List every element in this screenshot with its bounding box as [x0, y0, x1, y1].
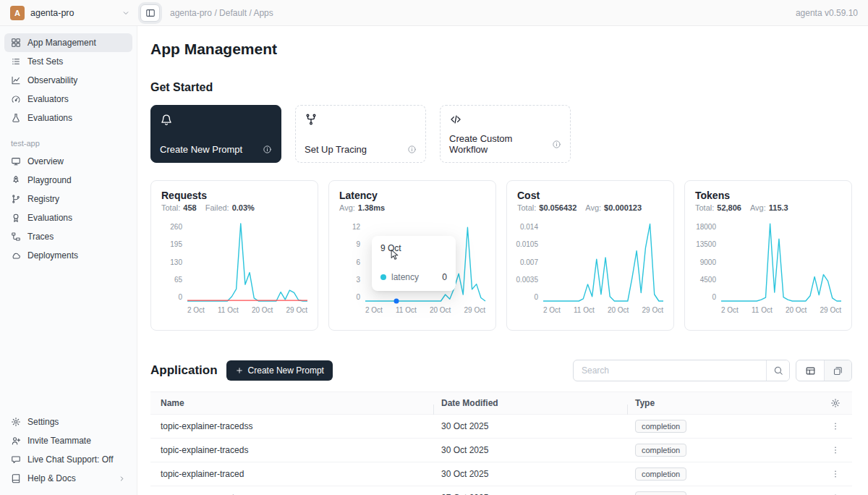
- table-settings-button[interactable]: [830, 398, 841, 408]
- table-row[interactable]: career-assessment 27 Oct 2025 completion: [150, 486, 852, 495]
- y-axis-tick: 0.007: [520, 258, 538, 266]
- get-started-card-create-new-prompt[interactable]: Create New Prompt: [150, 105, 281, 163]
- info-icon[interactable]: [552, 140, 561, 149]
- x-axis-tick: 2 Oct: [543, 306, 561, 314]
- metric-stat-total: Total:458: [161, 203, 197, 212]
- sidebar-item-registry[interactable]: Registry: [4, 190, 132, 208]
- get-started-card-set-up-tracing[interactable]: Set Up Tracing: [295, 105, 426, 163]
- type-badge: completion: [635, 491, 686, 495]
- get-started-card-create-custom-workflow[interactable]: Create Custom Workflow: [440, 105, 571, 163]
- x-axis-tick: 29 Oct: [642, 306, 663, 314]
- tooltip-value: 0: [442, 272, 447, 282]
- workspace-selector[interactable]: A agenta-pro: [10, 6, 130, 20]
- table-view-button[interactable]: [796, 360, 824, 381]
- mouse-cursor-icon: [388, 248, 401, 261]
- gear-icon: [11, 417, 21, 427]
- flask-icon: [11, 113, 21, 123]
- sidebar-main-nav: App Management Test Sets Observability E…: [4, 33, 132, 127]
- metric-card-tokens: Tokens Total:52,806Avg:115.3 18000135009…: [684, 180, 852, 331]
- y-axis: 1800013500900045000: [695, 223, 721, 301]
- x-axis-tick: 2 Oct: [721, 306, 739, 314]
- sidebar-item-test-sets[interactable]: Test Sets: [4, 52, 132, 71]
- table-view-icon: [805, 365, 816, 376]
- cloud-icon: [11, 250, 21, 261]
- sidebar-item-app-management[interactable]: App Management: [4, 33, 132, 52]
- sidebar-item-invite-teammate[interactable]: Invite Teammate: [4, 431, 132, 450]
- metric-title: Requests: [161, 190, 307, 201]
- sidebar-item-evaluators[interactable]: Evaluators: [4, 90, 132, 109]
- book-icon: [11, 473, 21, 483]
- application-toolbar: Application Create New Prompt: [150, 360, 852, 381]
- y-axis-tick: 13500: [696, 240, 716, 248]
- sidebar-item-live-chat-support-off[interactable]: Live Chat Support: Off: [4, 450, 132, 469]
- x-axis: 2 Oct11 Oct20 Oct29 Oct: [161, 306, 307, 314]
- app-name-cell[interactable]: topic-explainer-traced: [150, 469, 441, 479]
- trace-icon: [305, 113, 318, 126]
- x-axis-tick: 20 Oct: [608, 306, 629, 314]
- application-heading: Application: [150, 363, 218, 378]
- user-plus-icon: [11, 436, 21, 446]
- x-axis-tick: 11 Oct: [752, 306, 773, 314]
- play-icon: [11, 175, 21, 185]
- row-actions-button[interactable]: [830, 445, 841, 455]
- search-input[interactable]: [574, 360, 766, 381]
- sidebar-item-deployments[interactable]: Deployments: [4, 246, 132, 265]
- x-axis: 2 Oct11 Oct20 Oct29 Oct: [517, 306, 663, 314]
- sidebar-item-evaluations[interactable]: Evaluations: [4, 208, 132, 227]
- search-button[interactable]: [766, 360, 789, 381]
- dots-vertical-icon: [830, 469, 841, 479]
- info-icon[interactable]: [263, 145, 272, 154]
- sidebar-item-playground[interactable]: Playground: [4, 171, 132, 190]
- metric-title: Latency: [339, 190, 485, 201]
- sidebar-item-overview[interactable]: Overview: [4, 152, 132, 171]
- workspace-name: agenta-pro: [30, 8, 74, 18]
- gear-icon: [830, 398, 841, 408]
- table-row[interactable]: topic-explainer-traced 30 Oct 2025 compl…: [150, 462, 852, 486]
- metric-card-requests: Requests Total:458Failed:0.03% 260195130…: [150, 180, 318, 331]
- y-axis-tick: 12: [352, 223, 360, 231]
- column-header-type[interactable]: Type: [635, 398, 803, 408]
- series-tokens: [721, 224, 841, 301]
- y-axis: 129630: [339, 223, 365, 301]
- workspace-avatar: A: [10, 6, 25, 20]
- series-requests: [187, 224, 307, 301]
- table-row[interactable]: topic-explainer-tracedss 30 Oct 2025 com…: [150, 415, 852, 439]
- y-axis-tick: 0.0105: [516, 240, 538, 248]
- get-started-card-label: Create New Prompt: [160, 144, 242, 155]
- breadcrumb[interactable]: agenta-pro / Default / Apps: [170, 8, 273, 18]
- get-started-heading: Get Started: [150, 81, 852, 94]
- create-new-prompt-button[interactable]: Create New Prompt: [226, 360, 333, 381]
- row-actions-button[interactable]: [830, 469, 841, 479]
- sparkline-chart: [721, 223, 841, 301]
- sidebar-toggle-button[interactable]: [140, 4, 160, 22]
- sidebar-item-observability[interactable]: Observability: [4, 71, 132, 90]
- list-icon: [11, 56, 21, 67]
- y-axis-tick: 195: [170, 240, 182, 248]
- gauge-icon: [11, 94, 21, 104]
- x-axis-tick: 20 Oct: [252, 306, 273, 314]
- sidebar-item-help-docs[interactable]: Help & Docs: [4, 469, 132, 488]
- sidebar-item-traces[interactable]: Traces: [4, 227, 132, 246]
- column-header-name[interactable]: Name: [150, 398, 441, 408]
- monitor-icon: [11, 156, 21, 166]
- sidebar-item-evaluations[interactable]: Evaluations: [4, 109, 132, 127]
- row-actions-button[interactable]: [830, 421, 841, 431]
- hovered-point-marker: [394, 299, 399, 304]
- y-axis-tick: 65: [174, 276, 182, 284]
- metric-cards: Requests Total:458Failed:0.03% 260195130…: [150, 180, 852, 331]
- y-axis-tick: 0: [356, 293, 360, 301]
- x-axis-tick: 29 Oct: [286, 306, 307, 314]
- sidebar-app-section-label: test-app: [11, 139, 126, 148]
- y-axis-tick: 6: [356, 258, 360, 266]
- metric-title: Cost: [517, 190, 663, 201]
- search-icon: [773, 365, 783, 376]
- table-row[interactable]: topic-explainer-traceds 30 Oct 2025 comp…: [150, 439, 852, 462]
- info-icon[interactable]: [407, 145, 417, 154]
- app-name-cell[interactable]: topic-explainer-tracedss: [150, 421, 441, 431]
- metric-stat-avg: Avg:115.3: [750, 203, 788, 212]
- card-view-button[interactable]: [824, 360, 851, 381]
- column-header-date-modified[interactable]: Date Modified: [441, 398, 635, 408]
- metric-stats: Total:$0.056432Avg:$0.000123: [517, 203, 663, 212]
- sidebar-item-settings[interactable]: Settings: [4, 412, 132, 431]
- app-name-cell[interactable]: topic-explainer-traceds: [150, 445, 441, 455]
